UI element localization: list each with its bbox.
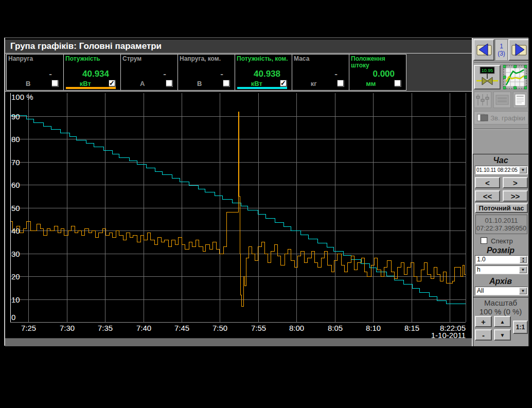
param-checkbox[interactable]	[166, 80, 172, 86]
svg-text:100 %: 100 %	[11, 93, 33, 101]
param-title: Напруга, ком.	[178, 55, 235, 69]
chart-icon	[503, 65, 527, 90]
param-box: Напруга-В	[6, 54, 64, 91]
sidebar-right-edge	[528, 38, 529, 346]
param-value: -	[7, 69, 63, 80]
param-checkbox[interactable]: ✓	[109, 80, 115, 86]
param-checkbox[interactable]	[337, 80, 344, 86]
svg-text:8:00: 8:00	[289, 324, 304, 332]
linked-graphs-icon	[477, 114, 488, 122]
param-checkbox[interactable]	[51, 80, 58, 86]
svg-text:8:15: 8:15	[404, 324, 419, 332]
step-forward-button[interactable]: >	[503, 177, 528, 188]
param-checkbox[interactable]: ✓	[280, 80, 287, 86]
archive-arrow[interactable]: ▼	[519, 288, 527, 294]
valve-icon: 10.95	[475, 66, 499, 88]
svg-text:40: 40	[11, 226, 20, 235]
svg-text:7:50: 7:50	[212, 324, 227, 332]
prev-group-button[interactable]	[473, 39, 494, 61]
app-window: Група графіків: Головні параметри Напруг…	[4, 38, 528, 346]
svg-text:70: 70	[11, 158, 20, 167]
separator	[474, 129, 528, 130]
zoom-out-button[interactable]: -	[475, 329, 492, 341]
spectrum-label: Спектр	[491, 237, 513, 245]
size-unit-arrow[interactable]: ▼	[519, 267, 527, 273]
size-value: 1.0	[477, 256, 486, 263]
page-current: 1	[495, 43, 507, 50]
size-unit-dropdown[interactable]: h ▼	[475, 265, 528, 274]
page-forward-button[interactable]: >>	[503, 190, 528, 202]
param-box: Положення штоку0.000мм	[349, 54, 406, 91]
separator	[474, 62, 528, 63]
param-value: 40.938	[235, 69, 292, 80]
svg-text:7:25: 7:25	[21, 324, 36, 332]
linked-graphs-button[interactable]: Зв. графіки	[474, 111, 528, 125]
archive-dropdown[interactable]: All ▼	[475, 287, 528, 295]
book-arrow-right-icon	[510, 42, 528, 58]
svg-text:7:40: 7:40	[136, 324, 151, 332]
svg-text:7:55: 7:55	[251, 324, 266, 332]
page-total: (3)	[495, 50, 507, 57]
faders-button[interactable]	[474, 92, 491, 108]
svg-text:8:10: 8:10	[366, 324, 381, 332]
time-combo-arrow[interactable]: ▼	[519, 167, 527, 173]
svg-text:20: 20	[11, 272, 20, 281]
report-button[interactable]	[513, 92, 527, 108]
bottom-strip	[5, 338, 472, 346]
svg-text:90: 90	[11, 112, 20, 121]
mnemoscheme-button[interactable]: 10.95	[474, 65, 501, 90]
page-back-button[interactable]: <<	[475, 190, 500, 202]
panel-view-button[interactable]	[493, 92, 511, 108]
param-checkbox[interactable]	[223, 80, 229, 86]
step-back-button[interactable]: <	[475, 177, 500, 188]
svg-text:50: 50	[11, 204, 20, 212]
time-title: Час	[473, 156, 528, 165]
zoom-in-button[interactable]: +	[475, 316, 492, 327]
param-title: Потужність	[64, 55, 120, 69]
param-unit: кг	[292, 80, 335, 87]
svg-text:10: 10	[11, 295, 20, 304]
param-title: Маса	[292, 55, 349, 69]
param-value: -	[292, 69, 349, 80]
book-arrow-left-icon	[475, 42, 493, 58]
pan-down-button[interactable]: ▼	[494, 329, 511, 341]
chart-area[interactable]: 100 %90807060504030201007:257:307:357:40…	[5, 92, 472, 338]
faders-icon	[475, 93, 490, 107]
size-title: Розмір	[473, 246, 528, 255]
trend-chart[interactable]: 100 %90807060504030201007:257:307:357:40…	[5, 92, 472, 338]
document-icon	[514, 93, 526, 107]
archive-title: Архів	[473, 277, 528, 286]
param-unit: мм	[349, 80, 393, 87]
page-indicator: 1 (3)	[495, 39, 508, 61]
param-value: 40.934	[64, 69, 120, 80]
param-unit: А	[121, 80, 164, 87]
time-combo[interactable]: 01.10.11 08:22:05 ▼	[475, 166, 528, 174]
next-group-button[interactable]	[508, 39, 529, 61]
sidebar: 1 (3) 10.95	[473, 38, 529, 346]
size-unit-value: h	[477, 266, 481, 273]
spectrum-checkbox[interactable]	[481, 237, 487, 244]
current-time-button[interactable]: Поточний час	[475, 203, 528, 213]
panel-icon	[495, 95, 509, 105]
linked-graphs-label: Зв. графіки	[490, 114, 525, 122]
svg-text:8:05: 8:05	[328, 324, 343, 332]
param-value: 0.000	[349, 69, 406, 80]
record-date: 01.10.2011	[476, 217, 527, 224]
size-spinner[interactable]: 1.0 ▲▼	[475, 255, 528, 264]
one-to-one-button[interactable]: 1:1	[513, 321, 528, 334]
scale-value: 100 % (0 %)	[473, 307, 528, 316]
time-panel: Час 01.10.11 08:22:05 ▼ < > << >> Поточн…	[473, 154, 529, 346]
svg-text:7:45: 7:45	[174, 324, 189, 332]
param-box: Струм-А	[120, 54, 178, 91]
param-box: Потужність40.934кВт✓	[63, 54, 121, 91]
graphs-view-button[interactable]	[503, 65, 527, 90]
param-curve-color	[66, 87, 116, 89]
pan-up-button[interactable]: ▲	[494, 316, 511, 327]
param-title: Потужність, ком.	[235, 55, 292, 69]
param-checkbox[interactable]	[394, 80, 401, 86]
param-title: Струм	[121, 55, 178, 69]
time-combo-value: 01.10.11 08:22:05	[476, 167, 518, 173]
svg-text:0: 0	[11, 313, 15, 322]
archive-value: All	[477, 287, 484, 294]
size-spin-buttons[interactable]: ▲▼	[520, 256, 527, 263]
